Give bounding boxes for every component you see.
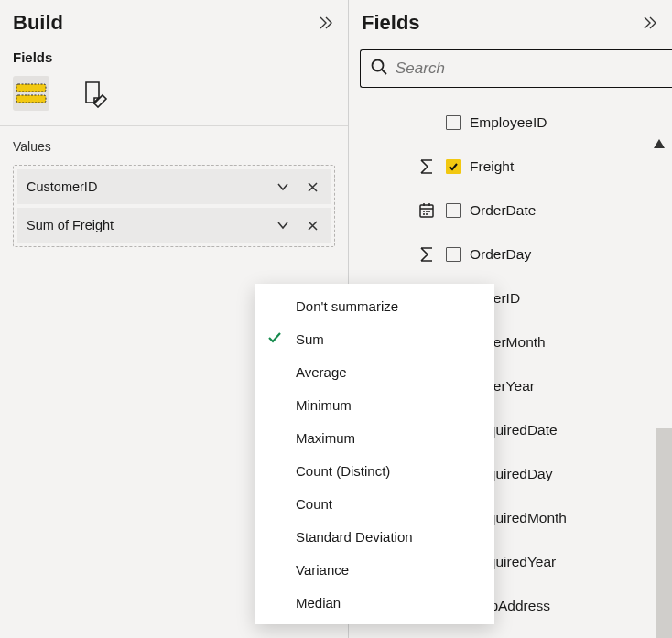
value-pill[interactable]: Sum of Freight: [17, 208, 331, 243]
menu-item-label: Variance: [296, 562, 349, 578]
svg-point-2: [373, 60, 384, 71]
menu-item-label: Don't summarize: [296, 298, 398, 314]
menu-item-label: Count: [296, 496, 332, 512]
table-visual-button[interactable]: [13, 76, 49, 111]
svg-rect-0: [16, 84, 46, 92]
aggregation-context-menu: Don't summarizeSumAverageMinimumMaximumC…: [255, 284, 494, 624]
search-input[interactable]: [396, 59, 663, 78]
menu-item[interactable]: Average: [255, 355, 494, 388]
field-label: OrderDay: [470, 246, 531, 263]
scroll-up-icon[interactable]: [654, 135, 665, 152]
collapse-fields-icon[interactable]: [639, 12, 661, 34]
menu-item-label: Average: [296, 364, 347, 380]
field-checkbox[interactable]: [446, 115, 461, 130]
build-header: Build: [0, 11, 348, 49]
menu-item[interactable]: Median: [255, 586, 494, 619]
chevron-down-icon[interactable]: [270, 174, 296, 200]
field-checkbox[interactable]: [446, 203, 461, 218]
menu-item-label: Sum: [296, 331, 324, 347]
chevron-down-icon[interactable]: [270, 212, 296, 238]
menu-item[interactable]: Standard Deviation: [255, 520, 494, 553]
field-item[interactable]: OrderDay: [360, 232, 672, 276]
close-icon[interactable]: [299, 212, 325, 238]
value-pill-label: CustomerID: [27, 179, 266, 194]
sigma-icon: [417, 158, 437, 175]
value-pill-label: Sum of Freight: [27, 218, 266, 232]
search-box[interactable]: [360, 49, 672, 88]
divider: [0, 125, 348, 126]
menu-item[interactable]: Minimum: [255, 388, 494, 421]
fields-subheading: Fields: [0, 49, 348, 72]
field-label: Freight: [470, 158, 514, 175]
scrollbar[interactable]: [656, 428, 672, 638]
field-label: EmployeeID: [470, 114, 547, 131]
edit-visual-button[interactable]: [77, 76, 114, 111]
menu-item-label: Median: [296, 595, 341, 611]
field-item[interactable]: OrderDate: [360, 189, 672, 232]
check-icon: [266, 330, 283, 349]
svg-rect-1: [16, 95, 46, 103]
menu-item[interactable]: Variance: [255, 553, 494, 586]
field-item[interactable]: Freight: [360, 145, 672, 189]
fields-title: Fields: [362, 11, 420, 35]
field-label: OrderDate: [470, 202, 536, 219]
menu-item[interactable]: Count: [255, 487, 494, 520]
menu-item[interactable]: Sum: [255, 322, 494, 355]
collapse-build-icon[interactable]: [315, 12, 337, 34]
menu-item-label: Minimum: [296, 397, 352, 413]
values-section-label: Values: [0, 139, 348, 165]
field-checkbox[interactable]: [446, 159, 461, 174]
close-icon[interactable]: [299, 174, 325, 200]
fields-header: Fields: [349, 11, 672, 49]
field-item[interactable]: EmployeeID: [360, 101, 672, 145]
values-well[interactable]: CustomerID Sum of Freight: [13, 165, 335, 247]
menu-item-label: Count (Distinct): [296, 463, 390, 479]
menu-item[interactable]: Don't summarize: [255, 289, 494, 322]
sigma-icon: [417, 246, 437, 263]
calendar-icon: [417, 202, 437, 219]
menu-item-label: Standard Deviation: [296, 529, 413, 545]
menu-item[interactable]: Count (Distinct): [255, 454, 494, 487]
visual-tool-row: [0, 72, 348, 125]
field-checkbox[interactable]: [446, 247, 461, 262]
menu-item-label: Maximum: [296, 430, 355, 446]
menu-item[interactable]: Maximum: [255, 421, 494, 454]
search-icon: [370, 58, 388, 80]
value-pill[interactable]: CustomerID: [17, 169, 331, 204]
build-title: Build: [13, 11, 63, 35]
